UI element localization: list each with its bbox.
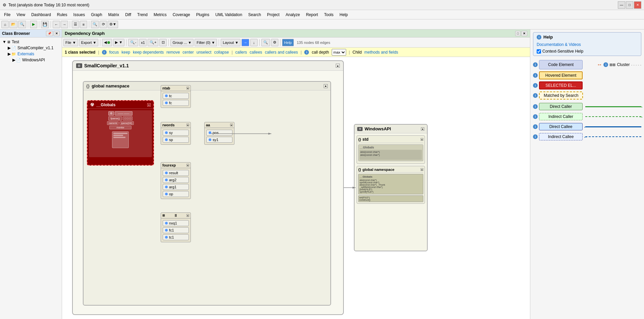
menu-dashboard[interactable]: Dashboard (29, 12, 54, 18)
toolbar-tree[interactable]: ≡ (80, 21, 87, 28)
titlebar-controls[interactable]: — □ ✕ (618, 1, 641, 9)
toolbar-list[interactable]: ☰ (72, 21, 79, 28)
expand-externals[interactable]: ▶ (7, 52, 11, 56)
menu-search[interactable]: Search (246, 12, 264, 18)
fourexp-collapse[interactable]: ▲ (186, 164, 189, 167)
action-callees[interactable]: callees (250, 50, 262, 55)
maximize-button[interactable]: □ (626, 1, 633, 9)
gtb-layout-right[interactable]: → (241, 39, 249, 46)
menu-issues[interactable]: Issues (71, 12, 88, 18)
focus-info[interactable]: i (102, 50, 107, 55)
toolbar-search[interactable]: 🔍 (18, 21, 26, 28)
menu-uml[interactable]: UML Validation (213, 12, 245, 18)
gtb-zoom-fit[interactable]: ⊡ (159, 39, 167, 46)
toolbar-home[interactable]: ⌂ (1, 21, 9, 28)
gtb-export[interactable]: Export ▼ (79, 39, 99, 46)
toolbar-settings[interactable]: ⚙▼ (108, 21, 118, 28)
matched-info[interactable]: i (533, 93, 538, 98)
direct-callee-info[interactable]: i (533, 124, 538, 129)
tree-item-test[interactable]: ▼ 🖥 Test (1, 39, 61, 45)
std-collapse[interactable]: ▲ (421, 138, 423, 141)
action-remove[interactable]: remove (166, 50, 180, 55)
rwords-sy[interactable]: sy (163, 130, 189, 136)
toolbar-back[interactable]: ← (53, 21, 60, 28)
menu-plugins[interactable]: Plugins (194, 12, 212, 18)
menu-tools[interactable]: Tools (321, 12, 336, 18)
toolbar-save[interactable]: 💾 (41, 21, 49, 28)
graph-canvas[interactable]: ⊞ SmallCompiler_v1.1 ▲ {} global namespa… (62, 57, 530, 319)
action-center[interactable]: center (182, 50, 194, 55)
menu-coverage[interactable]: Coverage (170, 12, 193, 18)
menu-rules[interactable]: Rules (54, 12, 70, 18)
menu-trend[interactable]: Trend (135, 12, 150, 18)
sidebar-close[interactable]: ✕ (54, 31, 60, 36)
menu-report[interactable]: Report (303, 12, 321, 18)
namespace-collapse[interactable]: ▲ (324, 84, 328, 88)
gtb-filter[interactable]: Filter (0) ▼ (195, 39, 217, 46)
action-callers[interactable]: callers (235, 50, 247, 55)
toolbar-find[interactable]: 🔍 (91, 21, 99, 28)
toolbar-forward[interactable]: → (61, 21, 68, 28)
action-keep[interactable]: keep (121, 50, 130, 55)
menu-graph[interactable]: Graph (88, 12, 105, 18)
tree-item-compiler[interactable]: ▶ 📄 SmallCompiler_v1.1 (1, 45, 61, 51)
action-collapse[interactable]: collapse (214, 50, 229, 55)
ntab-collapse[interactable]: ▲ (186, 87, 189, 89)
tree-item-externals[interactable]: ▶ 📁 Externals (1, 51, 61, 57)
aa-pos[interactable]: pos (206, 130, 232, 136)
action-keep-dependents[interactable]: keep dependents (133, 50, 164, 55)
ll-tc1[interactable]: tc1 (163, 234, 189, 240)
gtb-zoom-out[interactable]: 🔍- (128, 39, 138, 46)
fourexp-op[interactable]: op (163, 191, 189, 197)
expand-test[interactable]: ▼ (2, 40, 7, 44)
ll-nxq1[interactable]: nxq1 (163, 220, 189, 226)
ll-fc1[interactable]: fc1 (163, 227, 189, 233)
gtb-zoom-in[interactable]: 🔍+ (148, 39, 158, 46)
toolbar-open[interactable]: 📂 (9, 21, 17, 28)
call-depth-select[interactable]: max123 (332, 49, 346, 56)
indirect-callee-info[interactable]: i (533, 134, 538, 139)
globals-box[interactable]: ☢ __Globals ▲ ⚙ —— —— (87, 100, 154, 166)
gtb-layout-down[interactable]: ↓ (250, 39, 258, 46)
menu-project[interactable]: Project (264, 12, 282, 18)
gtb-settings[interactable]: ⚙ (271, 39, 278, 46)
selected-info[interactable]: i (533, 83, 538, 88)
rwords-sp[interactable]: sp (163, 137, 189, 143)
gtb-layout[interactable]: Layout ▼ (221, 39, 240, 46)
menu-diff[interactable]: Diff (122, 12, 134, 18)
aa-collapse[interactable]: ▲ (230, 124, 233, 126)
action-unselect[interactable]: unselect (197, 50, 212, 55)
indirect-caller-info[interactable]: i (533, 114, 538, 119)
fourexp-arg1[interactable]: arg1 (163, 184, 189, 190)
action-callers-callees[interactable]: callers and callees (265, 50, 298, 55)
globals-collapse[interactable]: ▲ (147, 103, 151, 107)
context-sensitive-check[interactable] (537, 49, 541, 54)
action-methods-fields[interactable]: methods and fields (364, 50, 398, 55)
aa-sy1[interactable]: sy1 (206, 137, 232, 143)
gtb-group[interactable]: Group ... ▼ (170, 39, 194, 46)
gtb-nav-back[interactable]: ◀ (102, 39, 112, 46)
ll-collapse[interactable]: ▲ (186, 214, 189, 217)
calldepth-info[interactable]: i (304, 50, 309, 55)
graph-maximize[interactable]: □ (515, 31, 521, 36)
menu-file[interactable]: File (1, 12, 13, 18)
fourexp-result[interactable]: result (163, 170, 189, 176)
fourexp-arg2[interactable]: arg2 (163, 177, 189, 183)
menu-matrix[interactable]: Matrix (106, 12, 122, 18)
menu-metrics[interactable]: Metrics (151, 12, 169, 18)
toolbar-run[interactable]: ▶ (30, 21, 37, 28)
action-focus[interactable]: focus (109, 50, 119, 55)
gtb-help[interactable]: Help (282, 39, 294, 46)
code-info-btn[interactable]: i (533, 62, 538, 67)
compiler-collapse[interactable]: ▲ (336, 64, 340, 68)
ntab-fc[interactable]: fc (163, 100, 189, 106)
expand-windows[interactable]: ▶ (11, 58, 16, 62)
graph-close[interactable]: ✕ (521, 31, 527, 36)
direct-caller-info[interactable]: i (533, 104, 538, 109)
gtb-search[interactable]: 🔍 (261, 39, 270, 46)
gtb-nav-fwd[interactable]: ▶ ▼ (113, 39, 124, 46)
sidebar-pin[interactable]: 📌 (46, 31, 53, 36)
winapi-collapse[interactable]: ▲ (421, 127, 424, 131)
tree-item-windows[interactable]: ▶ 📄 WindowsAPI (1, 57, 61, 63)
expand-compiler[interactable]: ▶ (7, 46, 11, 50)
